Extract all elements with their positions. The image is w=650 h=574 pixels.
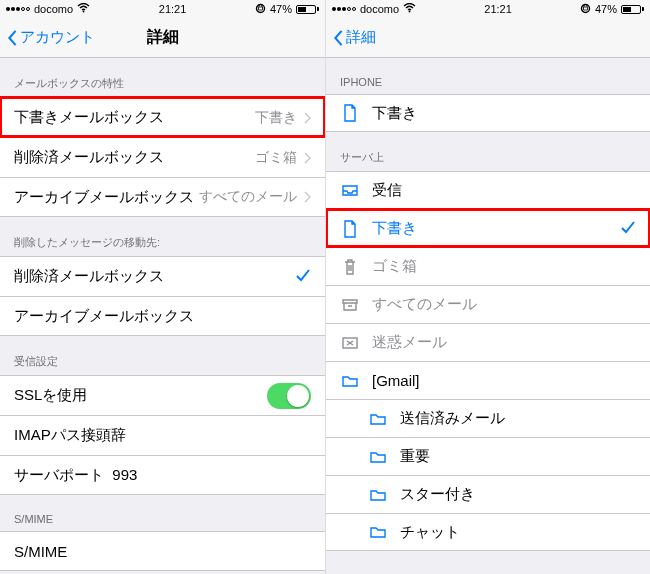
ssl-toggle[interactable]	[267, 383, 311, 409]
folder-label: 下書き	[372, 219, 620, 238]
iphone-section: 下書き	[326, 94, 650, 132]
folder-label: 下書き	[372, 104, 636, 123]
folder-icon	[368, 412, 388, 426]
drafts-mailbox-row[interactable]: 下書きメールボックス 下書き	[0, 97, 325, 137]
folder-label: 送信済みメール	[400, 409, 636, 428]
mailbox-props-header: メールボックスの特性	[0, 58, 325, 97]
carrier-label: docomo	[34, 3, 73, 15]
folder-label: 重要	[400, 447, 636, 466]
move-deleted-row[interactable]: 削除済メールボックス	[0, 256, 325, 296]
folder-icon	[368, 488, 388, 502]
row-label: アーカイブメールボックス	[14, 307, 311, 326]
folder-icon	[368, 525, 388, 539]
folder-icon	[368, 450, 388, 464]
row-value: ゴミ箱	[255, 149, 297, 167]
row-label: SSLを使用	[14, 386, 267, 405]
wifi-icon	[77, 3, 90, 15]
row-label: IMAPパス接頭辞	[14, 426, 311, 445]
chevron-right-icon	[303, 191, 311, 203]
gmail-row[interactable]: [Gmail]	[326, 361, 650, 399]
spam-row[interactable]: 迷惑メール	[326, 323, 650, 361]
signal-icon	[332, 7, 356, 11]
inbox-icon	[340, 184, 360, 198]
battery-icon	[296, 5, 319, 14]
svg-point-2	[409, 11, 411, 13]
row-label: サーバポート 993	[14, 466, 311, 485]
archive-icon	[340, 298, 360, 312]
nav-bar: 詳細	[326, 18, 650, 58]
row-label: 下書きメールボックス	[14, 108, 255, 127]
folder-icon	[340, 374, 360, 388]
archive-mailbox-row[interactable]: アーカイブメールボックス すべてのメール	[0, 177, 325, 217]
server-section-header: サーバ上	[326, 132, 650, 171]
chat-row[interactable]: チャット	[326, 513, 650, 551]
folder-label: 受信	[372, 181, 636, 200]
status-bar: docomo 21:21 47%	[0, 0, 325, 18]
back-label: 詳細	[346, 28, 376, 47]
chevron-right-icon	[303, 152, 311, 164]
svg-point-3	[581, 4, 589, 12]
folder-label: [Gmail]	[372, 372, 636, 389]
back-button[interactable]: アカウント	[6, 28, 95, 47]
receive-settings-group: SSLを使用 IMAPパス接頭辞 サーバポート 993	[0, 375, 325, 495]
battery-pct: 47%	[595, 3, 617, 15]
battery-pct: 47%	[270, 3, 292, 15]
wifi-icon	[403, 3, 416, 15]
clock-label: 21:21	[484, 3, 512, 15]
allmail-row[interactable]: すべてのメール	[326, 285, 650, 323]
signal-icon	[6, 7, 30, 11]
row-value: すべてのメール	[199, 188, 297, 206]
nav-bar: アカウント 詳細	[0, 18, 325, 58]
server-drafts-row[interactable]: 下書き	[326, 209, 650, 247]
file-icon	[340, 220, 360, 238]
imap-prefix-row[interactable]: IMAPパス接頭辞	[0, 415, 325, 455]
deleted-mailbox-row[interactable]: 削除済メールボックス ゴミ箱	[0, 137, 325, 177]
svg-point-1	[256, 4, 264, 12]
page-title: 詳細	[147, 27, 179, 48]
rotation-lock-icon	[255, 3, 266, 16]
clock-label: 21:21	[159, 3, 187, 15]
folder-label: 迷惑メール	[372, 333, 636, 352]
file-icon	[340, 104, 360, 122]
server-section: 受信 下書き ゴミ箱 すべてのメール 迷惑メール	[326, 171, 650, 551]
move-deleted-header: 削除したメッセージの移動先:	[0, 217, 325, 256]
folder-label: チャット	[400, 523, 636, 542]
settings-advanced-pane: docomo 21:21 47% アカウント 詳細 メールボックスの特性 下書き…	[0, 0, 325, 574]
back-button[interactable]: 詳細	[332, 28, 376, 47]
mailbox-props-group: 下書きメールボックス 下書き 削除済メールボックス ゴミ箱 アーカイブメールボッ…	[0, 97, 325, 217]
starred-row[interactable]: スター付き	[326, 475, 650, 513]
ssl-row: SSLを使用	[0, 375, 325, 415]
trash-icon	[340, 258, 360, 276]
smime-group: S/MIME	[0, 531, 325, 571]
server-port-row[interactable]: サーバポート 993	[0, 455, 325, 495]
move-archive-row[interactable]: アーカイブメールボックス	[0, 296, 325, 336]
iphone-section-header: IPHONE	[326, 58, 650, 94]
chevron-right-icon	[303, 112, 311, 124]
folder-label: スター付き	[400, 485, 636, 504]
battery-icon	[621, 5, 644, 14]
folder-label: すべてのメール	[372, 295, 636, 314]
iphone-drafts-row[interactable]: 下書き	[326, 94, 650, 132]
spam-icon	[340, 336, 360, 350]
back-label: アカウント	[20, 28, 95, 47]
trash-row[interactable]: ゴミ箱	[326, 247, 650, 285]
svg-point-0	[83, 11, 85, 13]
smime-header: S/MIME	[0, 495, 325, 531]
checkmark-icon	[295, 268, 311, 285]
smime-row[interactable]: S/MIME	[0, 531, 325, 571]
row-label: アーカイブメールボックス	[14, 188, 199, 207]
move-deleted-group: 削除済メールボックス アーカイブメールボックス	[0, 256, 325, 336]
checkmark-icon	[620, 220, 636, 237]
folder-label: ゴミ箱	[372, 257, 636, 276]
row-label: S/MIME	[14, 543, 311, 560]
receive-settings-header: 受信設定	[0, 336, 325, 375]
row-value: 下書き	[255, 109, 297, 127]
rotation-lock-icon	[580, 3, 591, 16]
row-label: 削除済メールボックス	[14, 267, 295, 286]
status-bar: docomo 21:21 47%	[326, 0, 650, 18]
carrier-label: docomo	[360, 3, 399, 15]
important-row[interactable]: 重要	[326, 437, 650, 475]
row-label: 削除済メールボックス	[14, 148, 255, 167]
sent-row[interactable]: 送信済みメール	[326, 399, 650, 437]
inbox-row[interactable]: 受信	[326, 171, 650, 209]
